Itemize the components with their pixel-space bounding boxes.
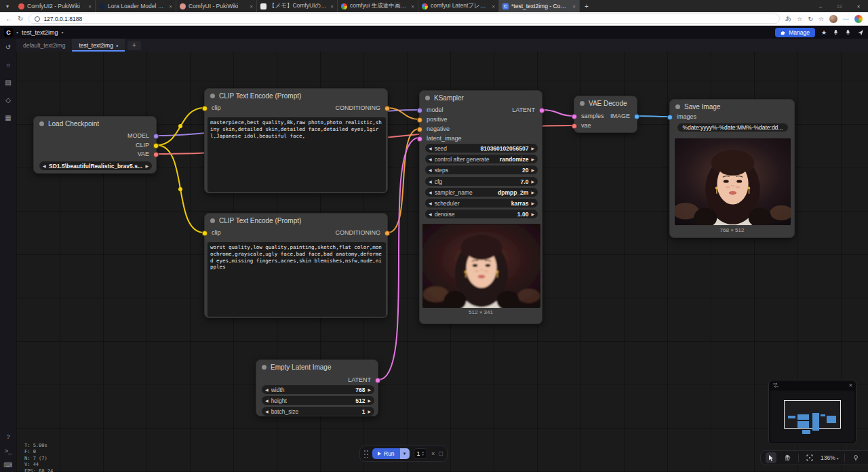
output-conditioning[interactable]: CONDITIONING [336,229,388,237]
widget-width[interactable]: ◀width768▶ [262,385,374,394]
run-options-button[interactable]: ▾ [400,448,410,459]
collapse-dot[interactable] [262,365,267,370]
output-vae[interactable]: VAE [138,150,156,159]
prev-icon[interactable]: ◀ [429,201,432,205]
batch-count-input[interactable]: 1 ▴▾ [414,448,427,459]
sidebar-history-icon[interactable]: ↺ [5,43,11,51]
collapse-dot[interactable] [675,104,680,109]
translate-icon[interactable]: あ [785,14,791,23]
prev-icon[interactable]: ◀ [265,387,269,392]
next-icon[interactable]: ▶ [531,190,534,195]
widget-scheduler[interactable]: ◀schedulerkarras▶ [425,199,538,208]
next-icon[interactable]: ▶ [368,409,371,414]
maximize-button[interactable]: □ [830,0,849,12]
clear-queue-button[interactable]: × [431,450,435,457]
prev-icon[interactable]: ◀ [265,398,269,403]
conditioning-slot-dot[interactable] [384,231,390,236]
widget-denoise[interactable]: ◀denoise1.00▶ [425,210,538,218]
node-clip-text-encode-negative[interactable]: CLIP Text Encode (Prompt) clip CONDITION… [204,213,388,318]
widget-batch-size[interactable]: ◀batch_size1▶ [262,407,374,416]
input-samples[interactable]: samples [574,112,604,121]
sidebar-assets-icon[interactable]: ○ [6,61,10,68]
input-clip[interactable]: clip [205,229,221,237]
widget-ckpt-name[interactable]: ◀SD1.5\beautifulRealistic_brav5.s...▶ [39,161,152,170]
input-positive[interactable]: positive [420,115,448,124]
bookmark-star-icon[interactable]: ☆ [797,16,802,22]
minimap-close-icon[interactable]: × [849,382,852,389]
profile-icon[interactable] [854,15,863,23]
conditioning-slot-dot[interactable] [417,127,422,132]
node-ksampler[interactable]: KSampler model positive negative latent_… [419,90,542,324]
terminal-icon[interactable]: >_ [5,448,12,454]
node-save-image[interactable]: Save Image images %date:yyyy%-%date:MM%-… [669,99,795,238]
output-image[interactable]: IMAGE [610,112,637,121]
model-slot-dot[interactable] [417,108,422,113]
browser-tab-2[interactable]: Lora Loader Model Only (Lora2...× [96,0,176,12]
collapse-dot[interactable] [580,101,585,106]
widget-control-after-generate[interactable]: ◀control after generaterandomize▶ [425,155,538,163]
output-clip[interactable]: CLIP [136,141,156,150]
browser-tab-active[interactable]: C*test_text2img - ComfyUI× [499,0,580,12]
widget-filename-prefix[interactable]: %date:yyyy%-%date:MM%-%date:dd... [677,123,788,132]
widget-sampler-name[interactable]: ◀sampler_namedpmpp_2m▶ [425,188,538,197]
node-graph-canvas[interactable]: Load Checkpoint MODEL CLIP VAE ◀SD1.5\be… [16,52,868,472]
latent-slot-dot[interactable] [572,114,577,119]
bell-icon[interactable] [833,29,839,35]
next-icon[interactable]: ▶ [368,387,371,392]
avatar[interactable] [829,15,837,23]
tab-close-icon[interactable]: × [330,3,334,9]
clip-slot-dot[interactable] [153,143,159,149]
latent-slot-dot[interactable] [539,108,545,113]
tab-close-icon[interactable]: × [169,3,172,9]
prev-icon[interactable]: ◀ [265,409,269,414]
sidebar-nodes-icon[interactable]: ◇ [5,96,11,104]
sidebar-models-icon[interactable]: ▤ [5,79,11,86]
image-slot-dot[interactable] [667,115,673,120]
widget-seed[interactable]: ◀seed810360102056507▶ [425,144,538,153]
run-button[interactable]: Run [372,448,400,459]
node-load-checkpoint[interactable]: Load Checkpoint MODEL CLIP VAE ◀SD1.5\be… [33,116,157,174]
widget-cfg[interactable]: ◀cfg7.0▶ [425,177,538,186]
next-icon[interactable]: ▶ [145,163,149,168]
bell-badge-icon[interactable] [845,29,851,35]
widget-steps[interactable]: ◀steps20▶ [425,165,538,174]
image-slot-dot[interactable] [634,114,639,119]
vae-slot-dot[interactable] [153,152,159,157]
next-icon[interactable]: ▶ [368,398,371,403]
output-conditioning[interactable]: CONDITIONING [336,104,388,113]
latent-slot-dot[interactable] [375,378,380,383]
collapse-dot[interactable] [210,218,215,223]
browser-tab-5[interactable]: comfyui 生成途中画像 - Google 検× [338,0,418,12]
minimap-area[interactable] [770,391,854,442]
next-icon[interactable]: ▶ [531,157,534,161]
prev-icon[interactable]: ◀ [429,146,432,151]
tab-close-icon[interactable]: × [572,3,576,9]
output-latent[interactable]: LATENT [348,376,378,385]
browser-tab-6[interactable]: comfyui Latentプレビュー - Google× [418,0,499,12]
collapse-dot[interactable] [210,94,215,98]
back-icon[interactable]: ← [5,15,12,22]
node-empty-latent-image[interactable]: Empty Latent Image LATENT ◀width768▶ ◀he… [256,359,378,416]
tab-close-icon[interactable]: × [88,3,92,9]
node-vae-decode[interactable]: VAE Decode samples vae IMAGE [574,96,637,133]
input-negative[interactable]: negative [420,125,450,134]
url-field[interactable]: 127.0.0.1:8188 [28,14,780,24]
latent-slot-dot[interactable] [417,136,422,142]
tab-list-button[interactable]: ▾ [0,0,15,12]
sidebar-workflows-icon[interactable]: ▦ [5,114,11,121]
new-tab-button[interactable]: + [580,0,593,12]
vae-slot-dot[interactable] [572,123,577,129]
pan-tool[interactable] [782,452,793,463]
prev-icon[interactable]: ◀ [429,157,432,161]
prev-icon[interactable]: ◀ [429,179,432,184]
tab-close-icon[interactable]: × [250,3,253,9]
more-icon[interactable]: ⋯ [843,16,849,22]
prev-icon[interactable]: ◀ [429,190,432,195]
workflow-tab-active[interactable]: test_text2img● [72,39,125,52]
node-clip-text-encode-positive[interactable]: CLIP Text Encode (Prompt) clip CONDITION… [204,88,388,193]
workflow-tab-default[interactable]: default_text2img [16,39,72,52]
collapse-dot[interactable] [425,96,430,100]
site-info-icon[interactable] [35,16,40,22]
help-icon[interactable]: ? [6,433,9,440]
zoom-level-dropdown[interactable]: 136%▾ [821,454,839,461]
